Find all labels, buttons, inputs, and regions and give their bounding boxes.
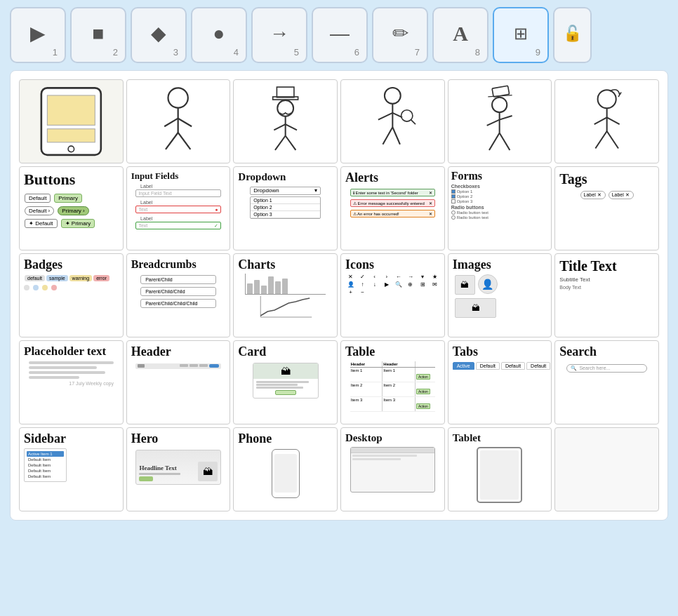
svg-rect-1 xyxy=(47,95,95,125)
breadcrumbs-label: Breadcrumbs xyxy=(131,258,197,271)
tile-person2[interactable] xyxy=(233,79,338,163)
header-navitem2 xyxy=(190,364,198,367)
breadcrumb2: Parent/Child/Child xyxy=(140,287,216,296)
svg-line-6 xyxy=(165,119,178,127)
tool-line[interactable]: — 6 xyxy=(312,7,368,63)
tool-pen[interactable]: ✏ 7 xyxy=(372,7,428,63)
hero-headline: Headline Text xyxy=(139,464,197,471)
tile-person3[interactable] xyxy=(340,79,445,163)
tool-diamond[interactable]: ◆ 3 xyxy=(131,7,187,63)
placeholder-line1 xyxy=(29,361,114,364)
tile-dropdown[interactable]: Dropdown Dropdown▾ Option 1 Option 2 Opt… xyxy=(233,166,338,250)
tile-header[interactable]: Header xyxy=(126,340,231,424)
tool-cursor[interactable]: ▶ 1 xyxy=(10,7,66,63)
tile-images[interactable]: Images 🏔 👤 🏔 xyxy=(448,253,552,337)
tile-charts[interactable]: Charts xyxy=(233,253,338,337)
tile-placeholder[interactable]: Placeholder text 17 July Weekly copy xyxy=(19,340,124,424)
dropdown-control: Dropdown▾ xyxy=(250,187,321,195)
tags-label: Tags xyxy=(559,171,587,187)
tile-forms[interactable]: Forms Checkboxes Option 1 Option 2 Optio… xyxy=(448,166,552,250)
tile-device[interactable] xyxy=(19,79,124,163)
forms-cb2: Option 2 xyxy=(451,194,549,199)
tile-person5[interactable] xyxy=(554,79,659,163)
table-header: Header Header xyxy=(350,361,435,368)
tile-desktop[interactable]: Desktop xyxy=(340,427,445,511)
table-row2: Item 2 Item 2 Action xyxy=(350,382,435,397)
svg-line-17 xyxy=(286,135,296,149)
tile-phone[interactable]: Phone xyxy=(233,427,338,511)
header-nav xyxy=(146,364,218,368)
icon-chevron-right: › xyxy=(381,274,392,280)
icon-grid: ⊞ xyxy=(417,281,427,288)
tool-text[interactable]: A 8 xyxy=(432,7,488,63)
desktop-line1 xyxy=(352,455,417,457)
svg-line-23 xyxy=(378,113,392,120)
table-action3: Action xyxy=(416,397,435,411)
tile-buttons[interactable]: Buttons Default Primary Default › Primar… xyxy=(19,166,124,250)
alert-error: ⚠ Error message successfully entered✕ xyxy=(350,199,435,207)
hero-cta xyxy=(139,476,153,481)
lock-icon: 🔓 xyxy=(563,26,582,41)
tile-empty xyxy=(554,427,659,511)
sidebar-item4: Default Item xyxy=(27,468,64,474)
sidebar-item3: Default Item xyxy=(27,462,64,468)
tool-arrow[interactable]: → 5 xyxy=(251,7,307,63)
tool-lock[interactable]: 🔓 xyxy=(553,7,592,63)
btn-default-star: ✦ Default xyxy=(25,219,58,228)
tile-table[interactable]: Table Header Header Item 1 Item 1 Action… xyxy=(340,340,445,424)
tool-rectangle[interactable]: ■ 2 xyxy=(70,7,126,63)
tool-circle[interactable]: ● 4 xyxy=(191,7,247,63)
svg-line-31 xyxy=(500,116,512,120)
table-cell2-2: Item 2 xyxy=(383,382,416,396)
placeholder-line2 xyxy=(29,366,97,369)
desktop-content xyxy=(351,453,434,492)
svg-point-19 xyxy=(401,110,413,121)
tile-tabs[interactable]: Tabs Active Default Default Default xyxy=(448,340,552,424)
tile-alerts[interactable]: Alerts ℹ Enter some text in 'Second' fol… xyxy=(340,166,445,250)
tile-person4[interactable] xyxy=(448,79,552,163)
tile-tablet[interactable]: Tablet xyxy=(448,427,552,511)
tile-sidebar[interactable]: Sidebar Active Item 1 Default Item Defau… xyxy=(19,427,124,511)
table-cell1-2: Item 1 xyxy=(383,368,416,382)
table-col2: Header xyxy=(383,361,416,367)
input-fields-label: Input Fields xyxy=(131,171,179,181)
svg-rect-2 xyxy=(47,129,95,142)
tile-hero[interactable]: Hero Headline Text 🏔 xyxy=(126,427,231,511)
tile-person1[interactable] xyxy=(126,79,231,163)
hero-image: 🏔 xyxy=(198,462,218,481)
tool-components[interactable]: ⊞ 9 xyxy=(493,7,549,63)
tile-badges[interactable]: Badges default sample warning error xyxy=(19,253,124,337)
subtitle-text: Subtitle Text xyxy=(559,276,590,283)
bar2 xyxy=(254,280,260,294)
tile-input-fields[interactable]: Input Fields Label Input Field Text Labe… xyxy=(126,166,231,250)
tile-icons[interactable]: Icons ✕ ✓ ‹ › ← → ▾ ★ 👤 ↑ ↓ ▶ 🔍 ⊕ ⊞ ✉ + … xyxy=(340,253,445,337)
bar6 xyxy=(282,279,288,294)
placeholder-line4 xyxy=(29,376,80,379)
dropdown-opt1: Option 1 xyxy=(251,197,320,204)
tool-num-4: 4 xyxy=(234,47,239,58)
bar3 xyxy=(261,286,267,294)
canvas-area: Buttons Default Primary Default › Primar… xyxy=(10,70,668,521)
icon-search: 🔍 xyxy=(393,281,404,288)
tool-num-1: 1 xyxy=(53,47,58,58)
sidebar-component: Active Item 1 Default Item Default Item … xyxy=(24,448,67,482)
phone-component xyxy=(272,449,300,498)
btn-primary-star: ✦ Primary xyxy=(61,219,95,228)
icon-down: ↓ xyxy=(369,281,380,288)
phone-screen xyxy=(274,454,297,493)
icon-chevron-left: ‹ xyxy=(369,274,380,280)
tile-search[interactable]: Search 🔍 Search here... xyxy=(554,340,659,424)
tile-card[interactable]: Card 🏔 xyxy=(233,340,338,424)
icon-arrow-right: → xyxy=(405,274,416,280)
svg-rect-11 xyxy=(273,97,298,100)
svg-line-20 xyxy=(411,120,416,125)
tab-default1: Default xyxy=(476,362,500,370)
icon-minus: − xyxy=(357,289,368,295)
card-line3 xyxy=(256,387,303,389)
cursor-icon: ▶ xyxy=(30,24,46,43)
tile-tags[interactable]: Tags Label ✕ Label ✕ xyxy=(554,166,659,250)
tile-title-text[interactable]: Title Text Subtitle Text Body Text xyxy=(554,253,659,337)
tile-breadcrumbs[interactable]: Breadcrumbs Parent/Child Parent/Child/Ch… xyxy=(126,253,231,337)
tool-num-2: 2 xyxy=(113,47,118,58)
line-icon: — xyxy=(330,24,350,43)
